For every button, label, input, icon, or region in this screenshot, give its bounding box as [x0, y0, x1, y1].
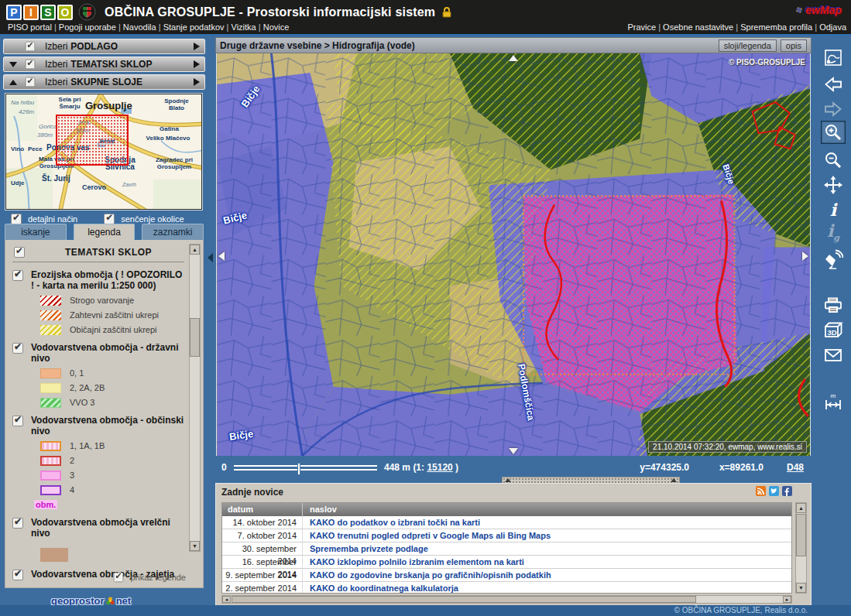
skupne-sloje-checkbox[interactable]: [26, 77, 36, 87]
overview-minimap[interactable]: Na hribu 426m Sela pri Šmarju Grosuplje …: [5, 94, 202, 210]
erozijska-checkbox[interactable]: [12, 270, 23, 281]
news-row[interactable]: 14. oktober 2014 KAKO do podatkov o izbr…: [222, 516, 791, 529]
history-forward-button[interactable]: [821, 98, 846, 121]
scroll-left-icon[interactable]: ◄: [222, 596, 231, 603]
datum-link[interactable]: D48: [787, 462, 804, 473]
measure-button[interactable]: m: [821, 390, 846, 413]
menu-piso-portal[interactable]: PISO portal: [8, 22, 59, 32]
info-group-button[interactable]: ig: [821, 223, 846, 246]
scrollbar-thumb[interactable]: [190, 318, 200, 357]
svg-text:m: m: [831, 392, 836, 399]
news-row[interactable]: 2. september 2014 KAKO do koordinatnega …: [222, 582, 791, 594]
tab-iskanje[interactable]: iskanje: [5, 224, 67, 241]
news-row[interactable]: 30. september 2014 Sprememba privzete po…: [222, 542, 791, 556]
menu-odjava[interactable]: Odjava: [819, 22, 846, 32]
collapse-up-icon[interactable]: [9, 80, 17, 85]
pan-down-icon[interactable]: [509, 448, 518, 454]
accordion-skupne-sloje[interactable]: IzberiSKUPNE SLOJE: [3, 74, 205, 90]
tematski-sklop-checkbox[interactable]: [26, 60, 36, 70]
prikaz-legende-option: prikaz legende: [113, 572, 186, 583]
twitter-icon[interactable]: [769, 486, 779, 496]
expand-right-icon[interactable]: [194, 43, 200, 50]
zoom-in-button[interactable]: [821, 121, 846, 144]
news-link[interactable]: Sprememba privzete podlage: [303, 542, 791, 555]
view-3d-button[interactable]: 3D: [821, 319, 846, 342]
news-link[interactable]: KAKO do zgodovine brskanja po grafičnih/…: [303, 569, 791, 581]
pan-button[interactable]: [821, 173, 846, 197]
prikaz-legende-checkbox[interactable]: [114, 573, 124, 583]
piso-logo[interactable]: P I S O: [6, 5, 73, 20]
scale-ratio-open: (1:: [413, 462, 424, 473]
legend-scrollbar[interactable]: ▲ ▼: [189, 244, 201, 552]
map-viewport[interactable]: Bičje Bičje Bičje Podlomščica Bičje © PI…: [216, 53, 811, 456]
prikaz-legende-label: prikaz legende: [130, 573, 186, 582]
news-row[interactable]: 16. september 2014 KAKO izklopimo polnil…: [222, 556, 791, 569]
news-link[interactable]: KAKO trenutni pogled odpreti v Google Ma…: [303, 529, 791, 542]
drzavni-nivo-checkbox[interactable]: [12, 343, 23, 354]
zajetja-checkbox[interactable]: [12, 570, 23, 580]
print-button[interactable]: [821, 294, 846, 317]
expand-right-icon[interactable]: [194, 60, 200, 68]
sidebar-collapse-icon[interactable]: [208, 253, 213, 262]
scrollbar-thumb[interactable]: [232, 596, 696, 603]
expand-right-icon[interactable]: [194, 78, 200, 86]
pan-up-icon[interactable]: [509, 55, 518, 61]
accordion-label: TEMATSKI SKLOP: [70, 59, 152, 70]
menu-stanje-podatkov[interactable]: Stanje podatkov: [163, 22, 232, 32]
history-back-button[interactable]: [821, 73, 846, 96]
gps-button[interactable]: [821, 248, 846, 271]
podlago-checkbox[interactable]: [26, 42, 36, 52]
menu-pravice[interactable]: Pravice: [627, 22, 663, 32]
rss-icon[interactable]: [756, 486, 766, 496]
sloji-legenda-button[interactable]: sloji/legenda: [719, 39, 777, 52]
mail-button[interactable]: [821, 344, 846, 367]
accordion-tematski-sklop[interactable]: IzberiTEMATSKI SKLOP: [3, 56, 205, 72]
minimap-place-label: Zavrh: [122, 181, 136, 188]
tab-legenda[interactable]: legenda: [74, 224, 136, 241]
svg-text:3D: 3D: [828, 328, 837, 337]
scroll-up-icon[interactable]: ▲: [190, 245, 200, 255]
menu-osebne-nastavitve[interactable]: Osebne nastavitve: [663, 22, 740, 32]
menu-sprememba-profila[interactable]: Sprememba profila: [740, 22, 819, 32]
scale-ratio-link[interactable]: 15120: [427, 462, 452, 473]
menu-pogoji-uporabe[interactable]: Pogoji uporabe: [59, 22, 123, 32]
pan-right-icon[interactable]: [802, 252, 808, 261]
news-link[interactable]: KAKO do koordinatnega kalkulatorja: [303, 582, 791, 594]
detajlni-nacin-checkbox[interactable]: [11, 214, 22, 224]
news-link[interactable]: KAKO do podatkov o izbrani točki na kart…: [303, 516, 791, 529]
news-link[interactable]: KAKO izklopimo polnilo izbranim elemento…: [303, 556, 791, 568]
scroll-right-icon[interactable]: ►: [783, 596, 791, 603]
scroll-down-icon[interactable]: ▼: [796, 583, 806, 593]
column-header-naslov: naslov: [303, 503, 791, 516]
ewmap-logo[interactable]: ewMap: [794, 4, 842, 16]
news-panel-title: Zadnje novice: [221, 487, 283, 498]
news-vertical-scrollbar[interactable]: ▲ ▼: [795, 502, 807, 594]
tab-zaznamki[interactable]: zaznamki: [142, 224, 204, 241]
vrelcni-nivo-checkbox[interactable]: [12, 518, 23, 529]
minimap-extent-rectangle[interactable]: [56, 115, 129, 166]
scale-slider[interactable]: [234, 465, 377, 471]
zoom-out-button[interactable]: [821, 149, 846, 172]
pan-left-icon[interactable]: [218, 252, 225, 261]
scrollbar-thumb[interactable]: [796, 514, 806, 556]
footer-copyright: © OBČINA GROSUPLJE, Realis d.o.o.: [674, 606, 808, 614]
opis-button[interactable]: opis: [781, 39, 807, 52]
sencenje-okolice-checkbox[interactable]: [104, 214, 115, 224]
menu-vizitka[interactable]: Vizitka: [232, 22, 263, 32]
news-horizontal-scrollbar[interactable]: ◄ ►: [221, 595, 792, 604]
menu-navodila[interactable]: Navodila: [123, 22, 163, 32]
legend-item: 2, 2A, 2B: [40, 382, 184, 393]
scroll-up-icon[interactable]: ▲: [796, 503, 806, 513]
info-button[interactable]: i: [821, 198, 846, 221]
overview-extent-button[interactable]: [821, 46, 846, 70]
tematski-sklop-all-checkbox[interactable]: [14, 247, 25, 258]
scale-slider-thumb[interactable]: [297, 463, 300, 475]
news-row[interactable]: 9. september 2014 KAKO do zgodovine brsk…: [222, 569, 791, 582]
obcinski-nivo-checkbox[interactable]: [12, 416, 23, 426]
menu-novice[interactable]: Novice: [263, 22, 290, 32]
collapse-down-icon[interactable]: [9, 62, 17, 67]
news-row[interactable]: 7. oktober 2014 KAKO trenutni pogled odp…: [222, 529, 791, 542]
accordion-podlago[interactable]: IzberiPODLAGO: [3, 39, 205, 54]
facebook-icon[interactable]: [782, 486, 792, 496]
scroll-down-icon[interactable]: ▼: [190, 541, 200, 551]
